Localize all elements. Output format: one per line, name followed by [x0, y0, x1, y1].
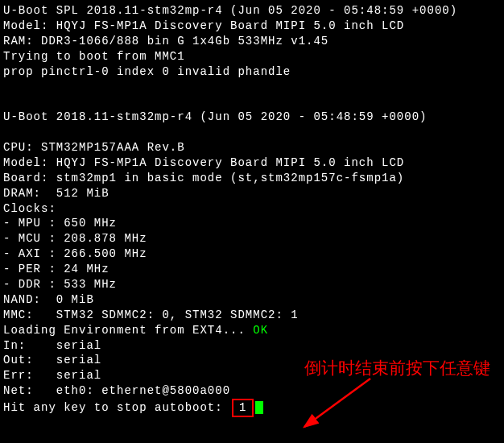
cursor-block-icon: [255, 401, 263, 414]
terminal-line-net: Net: eth0: ethernet@5800a000: [3, 383, 501, 399]
terminal-line-ddr-clock: - DDR : 533 MHz: [3, 277, 501, 292]
terminal-line-autoboot[interactable]: Hit any key to stop autoboot: 1: [3, 399, 501, 417]
terminal-line-ram: RAM: DDR3-1066/888 bin G 1x4Gb 533MHz v1…: [3, 34, 501, 49]
env-load-prefix: Loading Environment from EXT4...: [3, 324, 253, 337]
autoboot-prefix: Hit any key to stop autoboot:: [3, 401, 230, 414]
terminal-line-dram: DRAM: 512 MiB: [3, 186, 501, 201]
terminal-line-mcu-clock: - MCU : 208.878 MHz: [3, 231, 501, 246]
terminal-line-mmc: MMC: STM32 SDMMC2: 0, STM32 SDMMC2: 1: [3, 308, 501, 323]
terminal-line-pinctrl: prop pinctrl-0 index 0 invalid phandle: [3, 64, 501, 80]
terminal-line-cpu: CPU: STM32MP157AAA Rev.B: [3, 140, 501, 155]
terminal-line-axi-clock: - AXI : 266.500 MHz: [3, 246, 501, 262]
terminal-line-uboot-header: U-Boot 2018.11-stm32mp-r4 (Jun 05 2020 -…: [3, 110, 501, 125]
terminal-line-board: Board: stm32mp1 in basic mode (st,stm32m…: [3, 171, 501, 186]
terminal-line-model-spl: Model: HQYJ FS-MP1A Discovery Board MIPI…: [3, 19, 501, 34]
terminal-line-spl-header: U-Boot SPL 2018.11-stm32mp-r4 (Jun 05 20…: [3, 3, 501, 19]
terminal-line-blank: [3, 94, 501, 110]
terminal-line-boot-mmc: Trying to boot from MMC1: [3, 49, 501, 64]
countdown-value: 1: [232, 399, 254, 417]
terminal-line-model: Model: HQYJ FS-MP1A Discovery Board MIPI…: [3, 155, 501, 171]
annotation-arrow-icon: [298, 375, 378, 435]
svg-line-1: [304, 379, 370, 427]
terminal-line-blank: [3, 79, 501, 94]
terminal-line-env-load: Loading Environment from EXT4... OK: [3, 323, 501, 338]
terminal-line-nand: NAND: 0 MiB: [3, 292, 501, 308]
terminal-line-in: In: serial: [3, 338, 501, 354]
terminal-line-per-clock: - PER : 24 MHz: [3, 262, 501, 277]
terminal-line-mpu-clock: - MPU : 650 MHz: [3, 216, 501, 231]
env-load-ok: OK: [253, 324, 268, 337]
terminal-line-clocks: Clocks:: [3, 201, 501, 217]
terminal-line-blank: [3, 125, 501, 140]
